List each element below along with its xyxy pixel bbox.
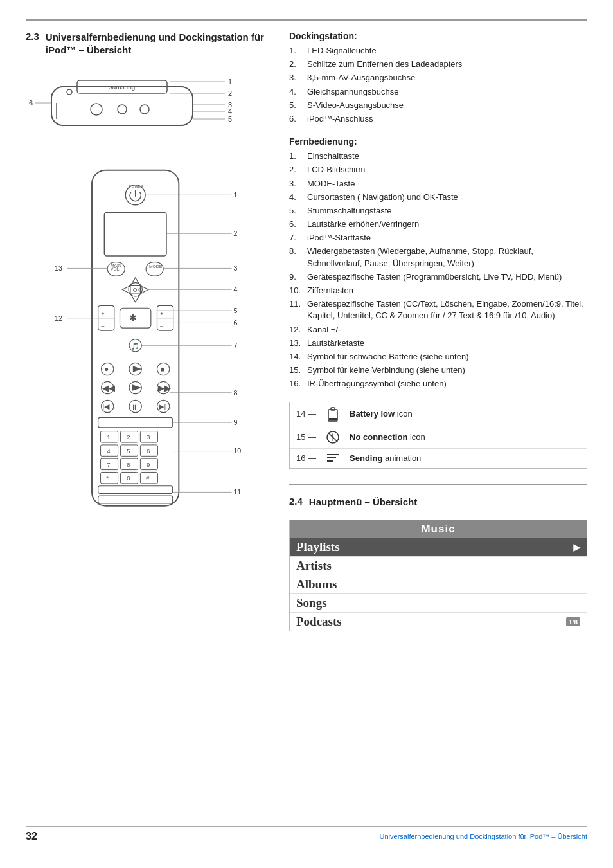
top-rule [26, 19, 587, 21]
svg-text:5: 5 [233, 307, 237, 314]
svg-text:OK: OK [133, 287, 141, 293]
menu-item-podcasts: Podcasts 1/8 [290, 613, 587, 631]
page-footer: 32 Universalfernbedienung und Dockingsta… [26, 826, 587, 842]
svg-marker-50 [133, 366, 142, 372]
section-24-heading: 2.4 Hauptmenü – Übersicht [289, 496, 587, 509]
svg-text:4: 4 [228, 107, 232, 115]
fernbedienung-heading: Fernbedienung: [289, 136, 587, 147]
svg-text:◀◀: ◀◀ [102, 384, 115, 393]
svg-rect-120 [329, 418, 337, 420]
list-item: 10. Zifferntasten [289, 285, 587, 296]
svg-point-4 [91, 104, 102, 115]
footer-text: Universalfernbedienung und Dockingstatio… [380, 833, 587, 840]
section-23-heading: 2.3 Universalfernbedienung und Dockingst… [26, 31, 270, 56]
svg-text:10: 10 [233, 447, 241, 455]
menu-arrow-playlists: ▶ [573, 542, 580, 553]
remote-svg: POWER MAIN VOL MODE [45, 164, 251, 537]
list-item: 13. Lautstärketaste [289, 338, 587, 349]
svg-text:1: 1 [228, 78, 232, 86]
list-item: 5. Stummschaltungstaste [289, 205, 587, 217]
svg-text:7: 7 [107, 461, 110, 468]
sending-icon [324, 453, 342, 464]
section-24-num: 2.4 [289, 496, 303, 509]
dockingstation-heading: Dockingstation: [289, 31, 587, 41]
svg-text:7: 7 [233, 341, 237, 349]
list-item: 16. IR-Übertragungssymbol (siehe unten) [289, 378, 587, 390]
list-item: 1. Einschalttaste [289, 150, 587, 162]
svg-text:1: 1 [233, 191, 237, 199]
svg-text:*: * [106, 475, 109, 482]
svg-text:6: 6 [147, 448, 150, 455]
svg-text:13: 13 [55, 264, 62, 272]
menu-title: Music [290, 520, 587, 538]
svg-text:+: + [160, 311, 163, 317]
svg-text:1: 1 [107, 433, 110, 440]
page-number: 32 [26, 831, 37, 842]
list-item: 9. Gerätespezifische Tasten (Programmübe… [289, 271, 587, 283]
list-item: 4. Cursortasten ( Navigation) und OK-Tas… [289, 192, 587, 203]
svg-rect-91 [98, 496, 173, 503]
svg-text:4: 4 [233, 285, 237, 293]
svg-text:9: 9 [147, 461, 150, 468]
svg-text:|◀: |◀ [102, 402, 110, 410]
svg-rect-119 [331, 408, 335, 410]
svg-text:–: – [102, 323, 105, 329]
svg-rect-65 [98, 417, 173, 427]
svg-text:2: 2 [127, 433, 130, 440]
svg-text:2: 2 [233, 230, 237, 237]
list-item: 5. S-Video-Ausgangsbuchse [289, 100, 587, 111]
section-24: 2.4 Hauptmenü – Übersicht Music Playlist… [289, 484, 587, 632]
svg-text:0: 0 [127, 475, 130, 482]
svg-text:8: 8 [127, 461, 130, 468]
list-item: 6. iPod™-Anschluss [289, 113, 587, 125]
remote-illustration: POWER MAIN VOL MODE [45, 164, 251, 537]
svg-text:5: 5 [228, 115, 232, 123]
svg-marker-56 [132, 384, 142, 391]
list-item: 4. Gleichspannungsbuchse [289, 86, 587, 98]
svg-rect-90 [98, 486, 173, 494]
icon-row-noconn: 15 — No connection icon [290, 426, 587, 449]
svg-text:6: 6 [233, 319, 237, 327]
menu-item-albums: Albums [290, 575, 587, 594]
svg-text:MODE: MODE [149, 264, 163, 269]
dockingstation-list: 1. LED-Signalleuchte 2. Schlitze zum Ent… [289, 45, 587, 125]
list-item: 8. Wiedergabetasten (Wiedergabe, Aufnahm… [289, 246, 587, 269]
svg-text:11: 11 [233, 488, 241, 496]
svg-marker-29 [130, 278, 140, 286]
svg-rect-23 [104, 212, 166, 256]
svg-text:+: + [102, 311, 105, 317]
svg-text:POWER: POWER [129, 185, 143, 188]
svg-text:–: – [160, 323, 163, 329]
svg-text:🎵: 🎵 [131, 342, 140, 350]
section-23-num: 2.3 [26, 31, 39, 56]
svg-point-6 [140, 105, 149, 114]
svg-text:●: ● [104, 365, 109, 373]
svg-point-3 [67, 89, 72, 95]
svg-text:6: 6 [29, 99, 33, 107]
section-24-title: Hauptmenü – Übersicht [309, 496, 417, 509]
section-24-rule [289, 484, 587, 485]
list-item: 3. MODE-Taste [289, 178, 587, 190]
svg-text:VOL: VOL [111, 267, 120, 271]
svg-text:3: 3 [233, 264, 237, 272]
icons-table: 14 — Battery low icon 15 — [289, 402, 587, 469]
svg-point-5 [118, 105, 127, 114]
icon-row-sending: 16 — Sending animation [290, 449, 587, 468]
svg-text:3: 3 [147, 433, 150, 440]
page: 2.3 Universalfernbedienung und Dockingst… [0, 0, 613, 868]
svg-text:9: 9 [233, 419, 237, 426]
svg-text:5: 5 [127, 448, 130, 455]
svg-text:✱: ✱ [129, 313, 137, 323]
menu-page-indicator: 1/8 [566, 617, 580, 626]
icon-row-battery: 14 — Battery low icon [290, 402, 587, 426]
list-item: 12. Kanal +/- [289, 324, 587, 336]
menu-item-songs: Songs [290, 594, 587, 613]
list-item: 6. Lautstärke erhöhen/verringern [289, 219, 587, 230]
svg-text:■: ■ [160, 365, 164, 373]
list-item: 3. 3,5-mm-AV-Ausgangsbuchse [289, 72, 587, 84]
svg-text:▶|: ▶| [159, 402, 166, 410]
svg-text:8: 8 [233, 389, 237, 397]
svg-text:2: 2 [228, 89, 232, 97]
section-23-title: Universalfernbedienung und Dockingstatio… [46, 31, 270, 56]
menu-screen: Music Playlists ▶ Artists Albums [289, 520, 587, 631]
